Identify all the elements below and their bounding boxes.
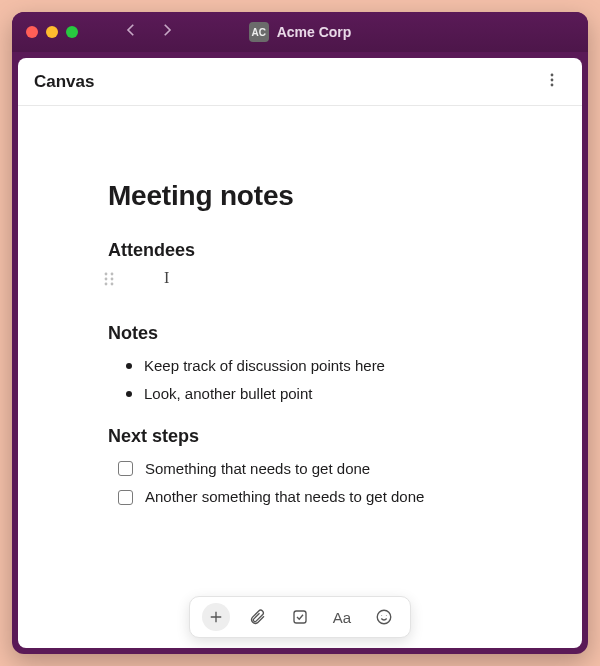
attendees-empty-line[interactable]: I: [138, 269, 522, 291]
svg-point-12: [386, 615, 387, 616]
emoji-button[interactable]: [370, 603, 398, 631]
minimize-window-button[interactable]: [46, 26, 58, 38]
window-title: AC Acme Corp: [12, 22, 588, 42]
svg-point-10: [377, 610, 391, 624]
canvas-content[interactable]: Meeting notes Attendees I Notes Keep tra…: [18, 106, 582, 648]
svg-point-5: [105, 278, 108, 281]
section-heading-notes[interactable]: Notes: [108, 323, 522, 344]
svg-point-2: [551, 83, 554, 86]
checklist-item-text[interactable]: Another something that needs to get done: [145, 483, 424, 512]
insert-button[interactable]: [202, 603, 230, 631]
section-heading-next-steps[interactable]: Next steps: [108, 426, 522, 447]
workspace-badge[interactable]: AC: [249, 22, 269, 42]
list-item[interactable]: Keep track of discussion points here: [126, 352, 522, 380]
arrow-left-icon: [122, 21, 140, 39]
text-format-button[interactable]: Aa: [328, 603, 356, 631]
checkbox-icon: [291, 608, 309, 626]
app-window: AC Acme Corp Canvas Meeting notes Attend…: [12, 12, 588, 654]
svg-point-4: [111, 273, 114, 276]
floating-toolbar: Aa: [189, 596, 411, 638]
inner-pane: Canvas Meeting notes Attendees: [18, 58, 582, 648]
drag-handle[interactable]: [102, 271, 116, 287]
text-cursor-icon: I: [164, 269, 169, 287]
doc-title[interactable]: Meeting notes: [108, 180, 522, 212]
checklist-item-text[interactable]: Something that needs to get done: [145, 455, 370, 484]
checkbox[interactable]: [118, 490, 133, 505]
checklist-item[interactable]: Another something that needs to get done: [118, 483, 522, 512]
plus-icon: [207, 608, 225, 626]
page-title: Canvas: [34, 72, 94, 92]
smile-icon: [375, 608, 393, 626]
arrow-right-icon: [158, 21, 176, 39]
titlebar: AC Acme Corp: [12, 12, 588, 52]
svg-point-0: [551, 73, 554, 76]
workspace-name: Acme Corp: [277, 24, 352, 40]
svg-point-7: [105, 283, 108, 286]
zoom-window-button[interactable]: [66, 26, 78, 38]
nav-arrows: [122, 21, 176, 43]
page-header: Canvas: [18, 58, 582, 106]
close-window-button[interactable]: [26, 26, 38, 38]
svg-point-1: [551, 78, 554, 81]
svg-point-3: [105, 273, 108, 276]
list-item[interactable]: Look, another bullet point: [126, 380, 522, 408]
paperclip-icon: [249, 608, 267, 626]
svg-rect-9: [294, 611, 306, 623]
kebab-icon: [544, 72, 560, 88]
notes-list: Keep track of discussion points here Loo…: [126, 352, 522, 408]
forward-button[interactable]: [158, 21, 176, 43]
svg-point-6: [111, 278, 114, 281]
section-heading-attendees[interactable]: Attendees: [108, 240, 522, 261]
checklist-item[interactable]: Something that needs to get done: [118, 455, 522, 484]
window-controls: [26, 26, 78, 38]
checkbox[interactable]: [118, 461, 133, 476]
drag-handle-icon: [102, 271, 116, 287]
checklist-button[interactable]: [286, 603, 314, 631]
svg-point-11: [381, 615, 382, 616]
more-actions-button[interactable]: [538, 68, 566, 96]
attach-button[interactable]: [244, 603, 272, 631]
back-button[interactable]: [122, 21, 140, 43]
svg-point-8: [111, 283, 114, 286]
